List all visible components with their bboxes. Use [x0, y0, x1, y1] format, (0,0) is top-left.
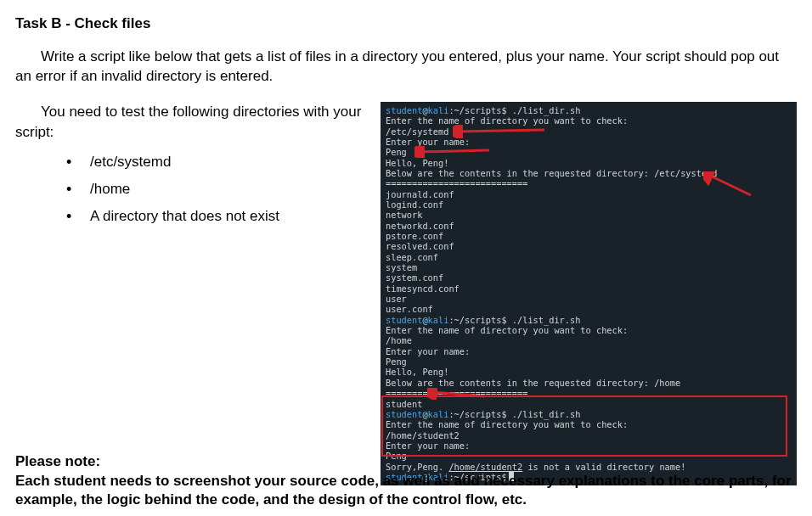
term-rule: ===========================: [386, 388, 792, 398]
prompt-path: :~/scripts: [448, 409, 501, 419]
task-description-1-text: Write a script like below that gets a li…: [15, 48, 779, 84]
task-description-2: You need to test the following directori…: [15, 102, 372, 143]
prompt-cmd: ./list_dir.sh: [507, 409, 581, 419]
prompt-host: kali: [428, 409, 449, 419]
term-line: /home: [386, 335, 792, 345]
term-line: Hello, Peng!: [386, 158, 792, 168]
term-line: system: [386, 262, 792, 272]
term-line: user: [386, 294, 792, 304]
term-line: Peng: [386, 147, 792, 157]
task-description-1: Write a script like below that gets a li…: [15, 48, 797, 87]
prompt-host: kali: [428, 105, 449, 115]
term-line: logind.conf: [386, 199, 792, 210]
prompt-user: student: [386, 105, 422, 115]
list-item: /etc/systemd: [66, 152, 372, 172]
prompt-user: student: [386, 315, 422, 325]
prompt-cmd: ./list_dir.sh: [507, 105, 581, 115]
term-line: /home/student2: [386, 430, 792, 440]
term-line: resolved.conf: [386, 241, 792, 251]
prompt-path: :~/scripts: [448, 105, 501, 115]
note-body: Each student needs to screenshot your so…: [15, 472, 797, 509]
list-item: /home: [66, 179, 372, 199]
task-title: Task B - Check files: [15, 15, 797, 32]
term-line: user.conf: [386, 304, 792, 314]
term-line: /etc/systemd: [386, 126, 792, 137]
term-line: Enter your name:: [386, 440, 792, 451]
list-item: A directory that does not exist: [66, 206, 372, 227]
left-column: You need to test the following directori…: [15, 102, 372, 485]
term-line: Below are the contents in the requested …: [386, 378, 792, 388]
term-line: Hello, Peng!: [386, 367, 792, 377]
task-description-2-text: You need to test the following directori…: [15, 104, 361, 140]
term-line: Peng: [386, 356, 792, 367]
term-line: journald.conf: [386, 189, 792, 199]
directory-list: /etc/systemd /home A directory that does…: [15, 152, 372, 226]
note-heading: Please note:: [15, 453, 797, 470]
term-rule: ===========================: [386, 178, 792, 188]
term-line: Below are the contents in the requested …: [386, 168, 792, 178]
prompt-user: student: [386, 409, 422, 419]
term-line: networkd.conf: [386, 221, 792, 231]
term-line: sleep.conf: [386, 252, 792, 262]
term-line: student: [386, 399, 792, 409]
term-line: Enter the name of directory you want to …: [386, 115, 792, 126]
term-line: pstore.conf: [386, 231, 792, 241]
prompt-path: :~/scripts: [448, 315, 501, 325]
please-note: Please note: Each student needs to scree…: [15, 453, 797, 509]
term-line: Enter the name of directory you want to …: [386, 419, 792, 429]
prompt-host: kali: [428, 315, 449, 325]
term-line: Enter your name:: [386, 346, 792, 356]
term-line: Enter the name of directory you want to …: [386, 325, 792, 335]
term-line: Enter your name:: [386, 137, 792, 147]
terminal-screenshot: student@kali:~/scripts$ ./list_dir.sh En…: [381, 102, 797, 485]
term-line: network: [386, 210, 792, 220]
prompt-cmd: ./list_dir.sh: [507, 315, 581, 325]
term-line: timesyncd.conf: [386, 283, 792, 294]
term-line: system.conf: [386, 272, 792, 283]
